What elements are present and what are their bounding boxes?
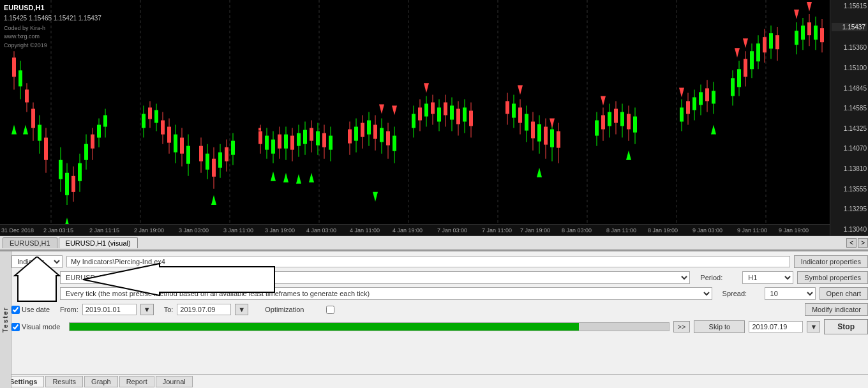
time-6: 3 Jan 19:00	[265, 227, 295, 234]
svg-rect-58	[206, 154, 209, 170]
svg-rect-21	[44, 138, 48, 160]
svg-marker-173	[626, 151, 631, 160]
svg-marker-80	[309, 173, 314, 183]
svg-rect-72	[265, 136, 269, 150]
forward-btn[interactable]: >>	[673, 321, 691, 332]
buy-signal	[11, 125, 17, 135]
svg-rect-19	[38, 125, 41, 141]
svg-rect-92	[316, 131, 320, 146]
svg-rect-151	[544, 127, 548, 145]
svg-rect-189	[731, 78, 735, 96]
svg-rect-30	[78, 163, 82, 181]
svg-marker-178	[679, 87, 684, 97]
svg-rect-14	[25, 89, 29, 102]
svg-rect-110	[386, 131, 390, 146]
to-date-input[interactable]	[177, 304, 231, 315]
time-8: 4 Jan 11:00	[350, 227, 380, 234]
to-calendar-btn[interactable]: ▼	[235, 304, 248, 315]
svg-rect-119	[418, 107, 422, 120]
svg-marker-26	[64, 218, 70, 224]
symbol-select[interactable]: EURUSD, Euro vs US Dollar	[60, 271, 690, 284]
svg-marker-61	[211, 195, 216, 205]
svg-marker-156	[550, 119, 555, 128]
chart-tab-prev[interactable]: <	[846, 238, 857, 248]
svg-rect-180	[692, 97, 696, 110]
svg-rect-168	[620, 112, 624, 126]
bottom-tabs: Settings Results Graph Report Journal	[3, 376, 193, 387]
svg-rect-215	[814, 26, 818, 40]
svg-marker-187	[711, 125, 716, 135]
svg-rect-130	[450, 105, 454, 119]
indicator-path-display: My Indicators\Piercing-Ind.ex4	[66, 256, 790, 267]
progress-bar-fill	[70, 323, 578, 331]
svg-rect-177	[686, 101, 690, 114]
svg-rect-149	[537, 124, 541, 142]
svg-rect-172	[633, 117, 637, 133]
tab-results[interactable]: Results	[45, 376, 83, 387]
up-arrow-annotation	[11, 257, 63, 309]
svg-rect-50	[174, 135, 177, 153]
model-select[interactable]: Every tick (the most precise method base…	[60, 287, 712, 300]
svg-marker-79	[296, 174, 301, 184]
to-label: To:	[164, 306, 174, 313]
svg-rect-102	[361, 123, 364, 137]
spread-label: Spread:	[722, 290, 761, 297]
visual-mode-label[interactable]: Visual mode	[11, 323, 60, 331]
svg-rect-165	[614, 108, 618, 123]
time-axis: 31 Dec 2018 2 Jan 03:15 2 Jan 11:15 2 Ja…	[0, 224, 830, 235]
chart-tab-bar: EURUSD,H1 EURUSD,H1 (visual) < >	[0, 236, 868, 250]
indicator-properties-btn[interactable]: Indicator properties	[794, 255, 868, 268]
svg-rect-67	[231, 141, 235, 155]
svg-rect-112	[393, 136, 396, 151]
svg-rect-138	[505, 101, 509, 114]
tab-graph[interactable]: Graph	[84, 376, 118, 387]
svg-rect-70	[258, 128, 261, 131]
svg-rect-117	[412, 114, 415, 128]
svg-rect-104	[367, 121, 371, 135]
chart-tab-eurusd-visual[interactable]: EURUSD,H1 (visual)	[59, 237, 138, 248]
price-11: 1.13040	[832, 226, 867, 233]
svg-rect-193	[744, 59, 747, 77]
svg-rect-38	[103, 116, 107, 127]
time-5: 3 Jan 11:00	[223, 227, 253, 234]
from-date-input[interactable]	[82, 304, 137, 315]
period-select[interactable]: H1	[742, 271, 793, 284]
visual-mode-checkbox[interactable]	[11, 323, 20, 331]
period-label: Period:	[700, 274, 738, 281]
svg-rect-100	[354, 127, 358, 141]
spread-select[interactable]: 10	[765, 287, 816, 300]
modify-indicator-btn[interactable]: Modify indicator	[805, 303, 868, 316]
svg-marker-126	[424, 83, 429, 93]
chart-tab-eurusd[interactable]: EURUSD,H1	[3, 237, 57, 248]
time-10: 7 Jan 03:00	[437, 227, 467, 234]
svg-rect-203	[769, 33, 773, 48]
from-calendar-btn[interactable]: ▼	[140, 304, 154, 315]
svg-marker-114	[392, 105, 397, 115]
svg-rect-132	[456, 108, 460, 124]
svg-marker-194	[735, 48, 740, 57]
svg-rect-155	[557, 131, 560, 148]
price-6: 1.14325	[832, 125, 867, 132]
tab-report[interactable]: Report	[119, 376, 154, 387]
svg-marker-115	[373, 192, 378, 202]
svg-rect-94	[322, 133, 326, 147]
chart-info: EURUSD,H1 1.15425 1.15465 1.15421 1.1543…	[4, 3, 101, 50]
skip-to-btn[interactable]: Skip to	[694, 320, 745, 333]
price-2: 1.15360	[832, 44, 867, 51]
chart-tab-next[interactable]: >	[858, 238, 868, 248]
svg-rect-56	[199, 146, 203, 161]
watermark-line1: Coded by Kira-h	[4, 24, 101, 33]
svg-marker-219	[15, 257, 59, 301]
symbol-properties-btn[interactable]: Symbol properties	[797, 271, 868, 284]
stop-btn[interactable]: Stop	[824, 319, 868, 334]
svg-rect-170	[627, 114, 631, 130]
skip-to-date-input[interactable]	[749, 321, 803, 332]
optimization-checkbox[interactable]	[326, 306, 334, 314]
tab-journal[interactable]: Journal	[156, 376, 193, 387]
open-chart-btn[interactable]: Open chart	[819, 287, 868, 300]
svg-rect-140	[512, 103, 516, 117]
svg-rect-60	[212, 159, 216, 177]
svg-marker-113	[379, 104, 384, 114]
svg-rect-32	[84, 144, 88, 160]
skip-to-calendar-btn[interactable]: ▼	[807, 321, 820, 332]
